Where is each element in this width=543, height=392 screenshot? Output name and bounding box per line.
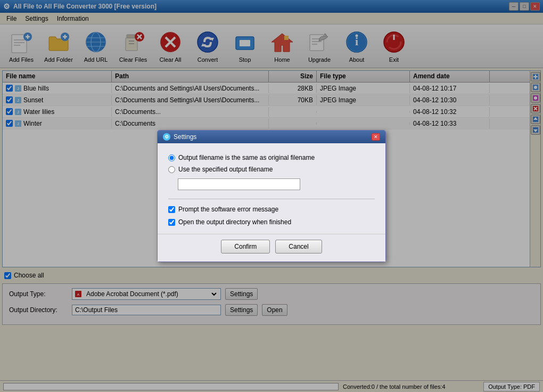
settings-dialog-body: Output filename is the same as original … (158, 143, 385, 234)
settings-dialog-footer: Confirm Cancel (158, 234, 385, 262)
specified-filename-input[interactable] (178, 178, 300, 190)
settings-dialog-close-button[interactable]: ✕ (372, 133, 380, 141)
same-filename-label: Output filename is the same as original … (178, 154, 315, 161)
settings-dialog-title-bar: ⚙ Settings ✕ (158, 130, 385, 143)
settings-dialog: ⚙ Settings ✕ Output filename is the same… (157, 130, 386, 262)
prompt-error-label: Prompt the software error message (178, 206, 278, 213)
open-dir-label: Open the output directory when finished (178, 218, 291, 226)
settings-cancel-button[interactable]: Cancel (275, 240, 322, 254)
open-dir-checkbox[interactable] (168, 219, 175, 226)
options-checkbox-group: Prompt the software error message Open t… (168, 206, 375, 226)
specified-filename-label: Use the specified output filename (178, 166, 273, 173)
settings-confirm-button[interactable]: Confirm (221, 240, 270, 254)
settings-dialog-overlay: ⚙ Settings ✕ Output filename is the same… (0, 0, 543, 392)
filename-radio-group: Output filename is the same as original … (168, 154, 375, 190)
specified-filename-radio[interactable] (168, 166, 175, 173)
prompt-error-checkbox[interactable] (168, 206, 175, 213)
settings-dialog-icon: ⚙ (163, 133, 170, 141)
same-filename-radio[interactable] (168, 154, 175, 161)
settings-dialog-title: Settings (174, 133, 196, 141)
